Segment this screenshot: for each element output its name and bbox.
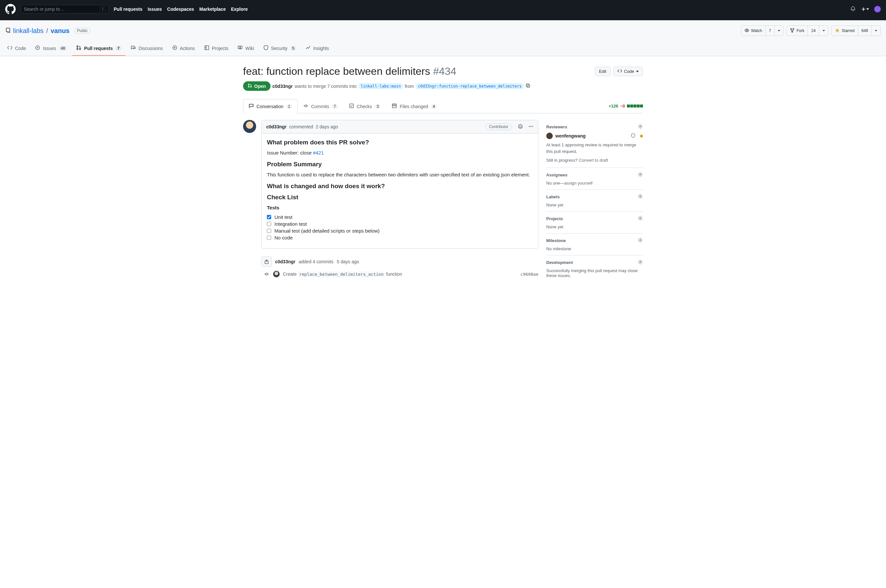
- summary-text: This function is used to replace the cha…: [267, 172, 533, 177]
- fork-caret[interactable]: [819, 26, 828, 36]
- heading-checklist: Check List: [267, 194, 533, 201]
- author-avatar[interactable]: [243, 120, 256, 133]
- reaction-icon[interactable]: [518, 124, 523, 130]
- issue-link[interactable]: #421: [313, 150, 324, 156]
- side-labels-title: Labels: [546, 194, 560, 199]
- head-branch[interactable]: c0d33ngr:function-replace_between_delimi…: [416, 83, 524, 89]
- insights-icon: [306, 45, 311, 51]
- star-caret[interactable]: [871, 26, 880, 36]
- svg-point-19: [519, 124, 522, 128]
- star-button[interactable]: Starred 649: [831, 26, 881, 36]
- side-development-title: Development: [546, 260, 573, 265]
- tab-pull-requests[interactable]: Pull requests7: [72, 42, 126, 56]
- heading-summary: Problem Summary: [267, 161, 533, 168]
- repo-name-link[interactable]: vanus: [51, 27, 70, 34]
- user-avatar[interactable]: [874, 6, 881, 12]
- check-manual[interactable]: [267, 229, 271, 233]
- star-icon: [835, 28, 840, 34]
- gear-icon[interactable]: [638, 172, 643, 178]
- search-slash-hint: /: [100, 6, 105, 12]
- fork-button[interactable]: Fork 24: [786, 26, 828, 36]
- gear-icon[interactable]: [638, 194, 643, 200]
- svg-point-30: [640, 218, 641, 219]
- commits-icon: [303, 103, 309, 110]
- code-dropdown-button[interactable]: Code: [613, 67, 643, 76]
- global-nav: Pull requests Issues Codespaces Marketpl…: [114, 6, 247, 12]
- base-branch[interactable]: linkall-labs:main: [359, 83, 403, 89]
- visibility-badge: Public: [74, 28, 91, 34]
- nav-issues[interactable]: Issues: [148, 6, 162, 12]
- gear-icon[interactable]: [638, 260, 643, 266]
- discussions-icon: [131, 45, 136, 51]
- watch-caret[interactable]: [774, 26, 783, 36]
- tab-wiki[interactable]: Wiki: [234, 42, 258, 56]
- pr-author[interactable]: c0d33ngr: [273, 84, 293, 89]
- projects-icon: [204, 45, 210, 51]
- event-author[interactable]: c0d33ngr: [275, 259, 295, 264]
- global-search-input[interactable]: Search or jump to… /: [21, 5, 108, 14]
- tab-actions[interactable]: Actions: [168, 42, 199, 56]
- commit-author-avatar[interactable]: [273, 271, 280, 278]
- reviewer-name[interactable]: wenfengwang: [555, 133, 586, 138]
- development-note: Successfully merging this pull request m…: [546, 268, 643, 278]
- repo-owner-link[interactable]: linkall-labs: [13, 27, 43, 34]
- svg-point-23: [531, 126, 532, 127]
- check-unit[interactable]: [267, 215, 271, 219]
- svg-point-1: [791, 28, 792, 29]
- security-icon: [263, 45, 268, 51]
- projects-empty: None yet: [546, 224, 643, 230]
- event-when[interactable]: 5 days ago: [337, 259, 359, 264]
- nav-pull-requests[interactable]: Pull requests: [114, 6, 142, 12]
- watch-count: 7: [765, 26, 775, 36]
- notifications-icon[interactable]: [850, 6, 856, 13]
- comment-author[interactable]: c0d33ngr: [266, 124, 286, 129]
- commit-title[interactable]: Create replace_between_delimiters_action…: [283, 272, 402, 277]
- svg-point-20: [520, 126, 520, 126]
- tab-code[interactable]: Code: [3, 42, 30, 56]
- side-assignees-title: Assignees: [546, 172, 567, 177]
- security-count: 5: [290, 46, 296, 51]
- copy-branch-icon[interactable]: [526, 83, 530, 89]
- gear-icon[interactable]: [638, 124, 643, 130]
- subtab-conversation[interactable]: Conversation 1: [243, 99, 298, 113]
- tab-security[interactable]: Security5: [259, 42, 300, 56]
- wiki-icon: [237, 45, 243, 51]
- issue-line: Issue Number: close #421: [267, 150, 533, 156]
- subtab-checks[interactable]: Checks 3: [343, 99, 386, 113]
- subtab-commits[interactable]: Commits 7: [298, 99, 343, 113]
- check-integration[interactable]: [267, 222, 271, 226]
- comment-timestamp[interactable]: 2 days ago: [316, 124, 338, 129]
- star-count: 649: [858, 26, 871, 36]
- tab-discussions[interactable]: Discussions: [127, 42, 167, 56]
- files-icon: [392, 103, 397, 110]
- create-new-dropdown[interactable]: [861, 7, 869, 11]
- subtab-files[interactable]: Files changed 4: [386, 99, 442, 113]
- global-header: Search or jump to… / Pull requests Issue…: [0, 0, 886, 20]
- assign-yourself-link[interactable]: assign yourself: [564, 181, 593, 186]
- fork-icon: [790, 28, 795, 34]
- reviewer-avatar[interactable]: [546, 133, 553, 139]
- tab-projects[interactable]: Projects: [200, 42, 232, 56]
- svg-point-8: [79, 48, 81, 50]
- check-nocode[interactable]: [267, 236, 271, 240]
- milestone-empty: No milestone: [546, 246, 643, 251]
- svg-point-2: [793, 28, 794, 29]
- nav-codespaces[interactable]: Codespaces: [167, 6, 194, 12]
- github-logo-icon[interactable]: [5, 4, 16, 14]
- conversation-icon: [249, 103, 254, 110]
- nav-explore[interactable]: Explore: [231, 6, 247, 12]
- convert-draft-link[interactable]: Convert to draft: [579, 158, 608, 163]
- issues-icon: [35, 45, 40, 51]
- nav-marketplace[interactable]: Marketplace: [199, 6, 226, 12]
- svg-rect-14: [527, 85, 529, 87]
- edit-button[interactable]: Edit: [595, 67, 610, 76]
- svg-point-11: [248, 84, 250, 85]
- kebab-icon[interactable]: [528, 124, 534, 130]
- gear-icon[interactable]: [638, 216, 643, 222]
- watch-button[interactable]: Watch 7: [741, 26, 784, 36]
- commit-sha[interactable]: c9608ae: [520, 272, 538, 277]
- comment-box: c0d33ngr commented 2 days ago Contributo…: [261, 120, 538, 249]
- tab-insights[interactable]: Insights: [301, 42, 333, 56]
- gear-icon[interactable]: [638, 237, 643, 244]
- tab-issues[interactable]: Issues48: [31, 42, 71, 56]
